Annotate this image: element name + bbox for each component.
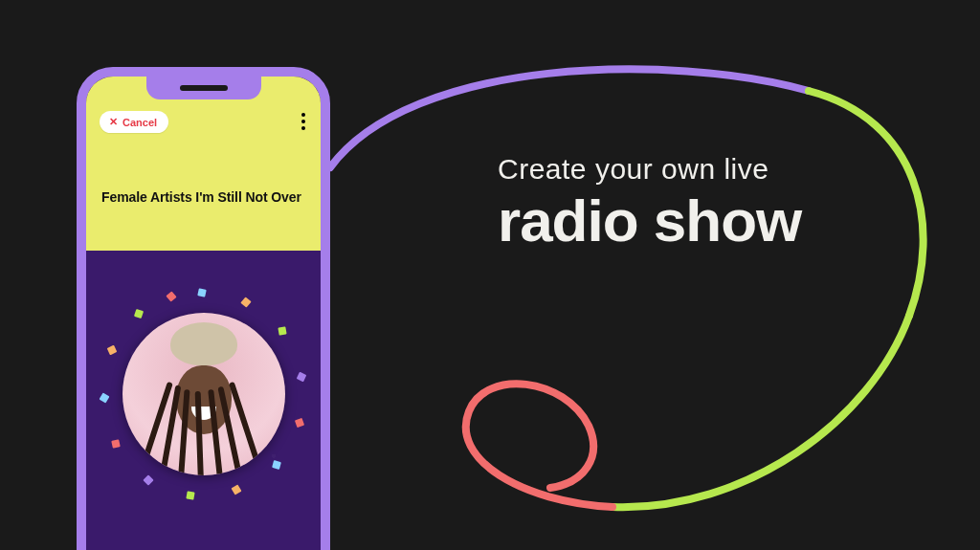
headline-line2: radio show xyxy=(498,191,801,251)
more-options-icon[interactable] xyxy=(301,113,305,130)
cancel-button[interactable]: ✕ Cancel xyxy=(100,111,168,133)
phone-notch xyxy=(146,77,261,99)
close-icon: ✕ xyxy=(109,116,118,128)
screen-header: ✕ Cancel Female Artists I'm Still Not Ov… xyxy=(86,77,321,251)
phone-mockup: ✕ Cancel Female Artists I'm Still Not Ov… xyxy=(77,67,330,550)
show-title: Female Artists I'm Still Not Over xyxy=(101,189,311,205)
artwork-area xyxy=(86,251,321,550)
headline-line1: Create your own live xyxy=(498,153,801,186)
cancel-label: Cancel xyxy=(122,117,157,128)
host-avatar xyxy=(122,313,285,475)
headline: Create your own live radio show xyxy=(498,153,801,251)
avatar-confetti-ring xyxy=(99,289,309,499)
